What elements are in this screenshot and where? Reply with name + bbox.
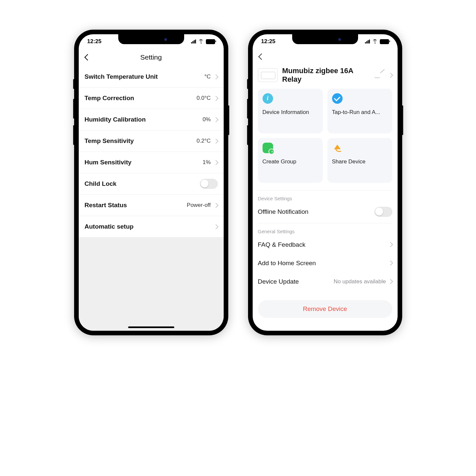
row-value: 0% [203,116,211,123]
chevron-right-icon [213,138,218,144]
settings-row: Child Lock [79,173,224,195]
row-label: Child Lock [85,180,200,187]
back-button[interactable] [82,55,93,60]
row-label: Temp Sensitivity [85,137,197,145]
chevron-right-icon [388,242,393,247]
pencil-icon [374,72,382,78]
battery-icon [380,39,389,44]
row-label: Hum Sensitivity [85,159,203,166]
row-value: Power-off [187,202,210,209]
check-icon [332,93,343,104]
row-value: °C [204,73,210,80]
tile-create-group[interactable]: +Create Group [258,138,323,183]
row-label: Restart Status [85,202,187,209]
section-title-device-settings: Device Settings [253,190,398,203]
notch [292,34,358,44]
tile-share-device[interactable]: Share Device [327,138,392,183]
chevron-right-icon [213,203,218,208]
row-label: Automatic setup [85,223,214,230]
info-icon: i [263,93,273,104]
settings-row[interactable]: Switch Temperature Unit°C [79,66,224,88]
chevron-right-icon [213,96,218,101]
section-title-general-settings: General Settings [253,223,398,236]
settings-row[interactable]: Temp Sensitivity0.2°C [79,130,224,152]
back-button[interactable] [256,54,267,59]
notch [118,34,184,44]
row-label: Add to Home Screen [258,260,389,267]
settings-row[interactable]: Automatic setup [79,216,224,238]
chevron-right-icon [213,160,218,165]
row-value: 1% [203,159,211,166]
general-row[interactable]: Device UpdateNo updates available [253,272,398,291]
row-value: 0.2°C [197,138,211,144]
row-label: Temp Correction [85,95,197,102]
child-lock-toggle[interactable] [200,179,218,189]
settings-row[interactable]: Restart StatusPower-off [79,195,224,216]
remove-device-label: Remove Device [303,305,347,313]
settings-row[interactable]: Humidity Calibration0% [79,109,224,130]
row-value: No updates available [334,278,386,285]
chevron-right-icon [213,74,218,79]
offline-notification-toggle[interactable] [375,207,392,217]
chevron-right-icon[interactable] [388,73,393,78]
edit-button[interactable] [375,72,381,78]
row-label: Humidity Calibration [85,116,203,123]
cellular-icon [191,40,196,43]
general-row[interactable]: FAQ & Feedback [253,236,398,254]
tile-label: Create Group [263,158,318,165]
home-indicator[interactable] [128,326,174,328]
chevron-right-icon [213,117,218,122]
create-group-icon: + [263,143,273,153]
wifi-icon [372,39,378,44]
phone-left: 12:25 Setting Switch Temperature Unit°CT… [74,30,228,335]
device-thumbnail [258,68,278,82]
chevron-right-icon [388,261,393,266]
tile-label: Tap-to-Run and A... [332,109,388,116]
chevron-left-icon [84,54,91,61]
tile-label: Device Information [263,109,318,116]
general-row[interactable]: Add to Home Screen [253,254,398,272]
row-label: Switch Temperature Unit [85,73,205,80]
battery-icon [206,39,215,44]
phone-right: 12:25 Mumubiz zigbee 16A Relay iDe [248,30,402,335]
chevron-right-icon [388,279,393,284]
cellular-icon [365,40,370,43]
settings-row[interactable]: Hum Sensitivity1% [79,152,224,173]
offline-notification-row: Offline Notification [253,203,398,221]
row-label: FAQ & Feedback [258,241,389,248]
row-value: 0.0°C [197,95,211,101]
device-name: Mumubiz zigbee 16A Relay [282,67,370,84]
page-title: Setting [93,53,209,61]
settings-row[interactable]: Temp Correction0.0°C [79,88,224,109]
tile-label: Share Device [332,158,388,165]
status-time: 12:25 [261,38,275,45]
chevron-left-icon [258,53,265,60]
row-label: Device Update [258,278,334,285]
wifi-icon [198,39,204,44]
status-time: 12:25 [87,38,101,45]
offline-notification-label: Offline Notification [258,208,375,215]
tile-device-information[interactable]: iDevice Information [258,89,323,133]
remove-device-button[interactable]: Remove Device [258,300,392,318]
tile-tap-to-run[interactable]: Tap-to-Run and A... [327,89,392,133]
header: Setting [79,49,224,66]
share-icon [332,143,343,153]
chevron-right-icon [213,224,218,229]
